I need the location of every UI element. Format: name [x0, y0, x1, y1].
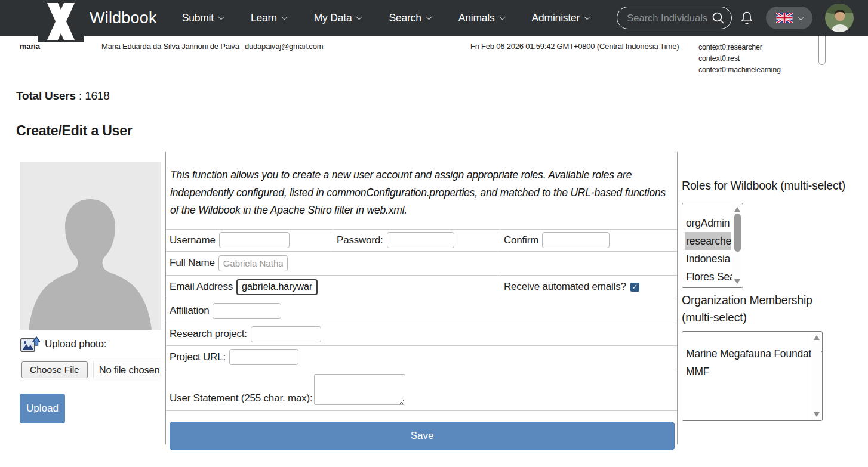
research-project-input[interactable] — [251, 326, 321, 342]
credentials-row: Username Password: Confirm — [166, 230, 677, 252]
project-url-row: Project URL: — [166, 346, 677, 369]
confirm-password-input[interactable] — [542, 232, 610, 248]
user-row-email: dudapaivaj@gmail.com — [245, 42, 323, 51]
chevron-down-icon — [499, 14, 505, 20]
roles-heading: Roles for Wildbook (multi-select) — [682, 177, 868, 194]
org-option-mmf[interactable]: MMF — [685, 363, 810, 381]
affiliation-row: Affiliation — [166, 299, 677, 323]
profile-photo-placeholder — [20, 162, 161, 330]
research-project-label: Research project: — [166, 328, 247, 340]
organization-panel: Organization Membership (multi-select) M… — [682, 292, 861, 421]
affiliation-label: Affiliation — [166, 305, 209, 317]
wildbook-logo[interactable] — [38, 0, 84, 42]
chevron-down-icon — [426, 14, 432, 20]
upload-photo-label: Upload photo: — [45, 338, 106, 350]
table-scrollbar-thumb[interactable] — [818, 36, 826, 65]
user-row-fullname: Maria Eduarda da Silva Jannoni de Paiva — [101, 42, 239, 51]
photo-panel: Upload photo: Choose File No file chosen… — [20, 162, 161, 423]
chevron-down-icon — [798, 14, 804, 20]
choose-file-button[interactable]: Choose File — [21, 361, 88, 378]
receive-emails-checkbox[interactable]: ✓ — [630, 283, 639, 292]
main-menu: Submit Learn My Data Search Animals Admi… — [182, 12, 617, 24]
navbar-right-cluster — [617, 4, 854, 32]
receive-emails-label: Receive automated emails? — [500, 281, 626, 293]
role-option-indonesia[interactable]: Indonesia — [685, 250, 731, 268]
password-input[interactable] — [387, 232, 454, 248]
menu-learn[interactable]: Learn — [251, 12, 287, 24]
user-statement-row: User Statement (255 char. max): — [166, 369, 677, 411]
upload-button[interactable]: Upload — [20, 394, 65, 423]
affiliation-input[interactable] — [213, 303, 281, 319]
chevron-down-icon — [218, 14, 224, 20]
full-name-input[interactable] — [218, 255, 288, 271]
email-row: Email Address Receive automated emails? … — [166, 276, 677, 299]
divider — [93, 361, 94, 378]
scroll-down-icon[interactable] — [734, 279, 740, 284]
organization-heading: Organization Membership (multi-select) — [682, 292, 836, 326]
roles-panel: Roles for Wildbook (multi-select) orgAdm… — [682, 177, 868, 288]
scroll-up-icon[interactable] — [734, 207, 740, 212]
project-url-label: Project URL: — [166, 351, 226, 363]
user-row-roles: context0:researcher context0:rest contex… — [698, 42, 781, 76]
role-option-orgadmin[interactable]: orgAdmin — [685, 214, 731, 232]
username-label: Username — [166, 234, 216, 246]
file-input-row: Choose File No file chosen — [20, 358, 161, 381]
menu-my-data[interactable]: My Data — [314, 12, 362, 24]
uk-flag-icon — [776, 13, 793, 23]
upload-photo-row: Upload photo: — [20, 335, 161, 354]
page-title: Create/Edit a User — [16, 123, 133, 139]
notifications-bell-icon[interactable] — [740, 11, 753, 25]
user-avatar[interactable] — [825, 4, 854, 32]
scroll-up-icon[interactable] — [814, 335, 820, 340]
search-input[interactable] — [627, 13, 711, 24]
org-option-mmf-foundation[interactable]: Marine Megafauna Foundation — [685, 345, 810, 363]
email-input[interactable] — [236, 279, 318, 295]
research-project-row: Research project: — [166, 323, 677, 346]
wildbook-x-icon — [44, 3, 78, 40]
role-option-flores-sea[interactable]: Flores Sea — [685, 268, 731, 286]
user-statement-label: User Statement (255 char. max): — [166, 392, 312, 410]
organization-multiselect[interactable]: Marine Megafauna Foundation MMF — [682, 331, 823, 421]
scroll-down-icon[interactable] — [814, 412, 820, 417]
roles-scrollbar-thumb[interactable] — [734, 214, 741, 252]
save-button[interactable]: Save — [170, 422, 675, 450]
brand-title[interactable]: Wildbook — [90, 9, 157, 27]
confirm-label: Confirm — [500, 234, 538, 246]
menu-administer[interactable]: Administer — [532, 12, 590, 24]
photo-upload-icon — [20, 335, 40, 354]
create-edit-user-form: This function allows you to create a new… — [165, 152, 678, 444]
username-input[interactable] — [219, 232, 290, 248]
menu-animals[interactable]: Animals — [458, 12, 504, 24]
chevron-down-icon — [584, 14, 590, 20]
roles-multiselect[interactable]: orgAdmin researcher Indonesia Flores Sea — [682, 203, 743, 288]
user-row-username: maria — [20, 42, 40, 51]
individual-search-box[interactable] — [617, 7, 732, 29]
menu-submit[interactable]: Submit — [182, 12, 223, 24]
user-row-last-login: Fri Feb 06 2026 01:59:42 GMT+0800 (Centr… — [470, 42, 679, 51]
chevron-down-icon — [356, 14, 362, 20]
full-name-label: Full Name — [166, 257, 215, 269]
total-users-line: Total Users : 1618 — [16, 89, 110, 103]
user-statement-textarea[interactable] — [314, 374, 405, 405]
email-address-label: Email Address — [166, 281, 233, 293]
top-navbar: Wildbook Submit Learn My Data Search Ani… — [0, 0, 868, 36]
project-url-input[interactable] — [229, 349, 298, 365]
no-file-chosen-text: No file chosen — [99, 364, 160, 376]
role-option-researcher[interactable]: researcher — [685, 232, 731, 250]
full-name-row: Full Name — [166, 252, 677, 276]
menu-search[interactable]: Search — [389, 12, 430, 24]
organization-scrollbar[interactable] — [811, 332, 821, 420]
language-selector[interactable] — [766, 7, 812, 29]
password-label: Password: — [333, 234, 383, 246]
form-description: This function allows you to create a new… — [166, 152, 677, 230]
chevron-down-icon — [281, 14, 287, 20]
search-icon[interactable] — [711, 11, 725, 25]
total-users-value: 1618 — [85, 89, 109, 102]
